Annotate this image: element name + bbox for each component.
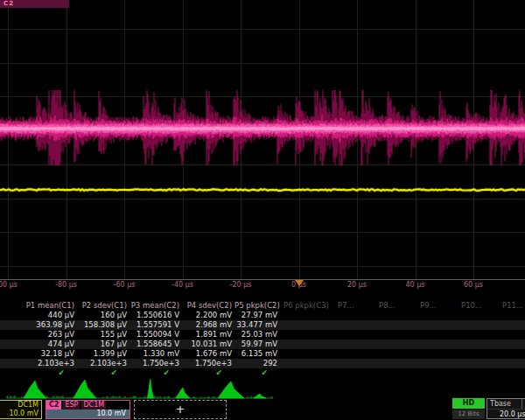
measurement-value: 1.330 mV [130, 349, 182, 359]
measurement-value: 25.03 mV [234, 330, 280, 340]
param-header-5[interactable]: P5 pkpk(C2) [234, 301, 280, 311]
time-axis-label: -60 µs [114, 281, 136, 289]
measurement-value: 1.891 mV [182, 330, 234, 340]
measurement-value: 1.750e+3 [130, 359, 182, 368]
c1-coupling: DC1M [0, 401, 41, 410]
tbase-title: Tbase [490, 400, 511, 408]
param-header-2[interactable]: P2 sdev(C1) [77, 301, 130, 311]
trigger-position-icon [295, 280, 304, 286]
trace-layer [0, 90, 525, 191]
measurement-value: 155 µV [77, 330, 130, 340]
measurement-value: 59.97 mV [234, 340, 280, 349]
measurement-value: 2.103e+3 [77, 359, 130, 368]
measurement-value: 33.477 mV [234, 320, 280, 330]
measurement-value: 160 µV [77, 311, 130, 320]
channel-c2-descriptor[interactable]: C2 ESP DC1M 10.0 mV [46, 400, 130, 419]
table-row: 440 µV160 µV1.550616 V2.200 mV27.97 mV [0, 311, 525, 320]
measurement-value: 1.558645 V [130, 340, 182, 349]
measurement-value: 2.200 mV [182, 311, 234, 320]
time-axis-label: 00 µs [0, 281, 18, 289]
c2-scale: 10.0 mV [46, 410, 130, 418]
trace-label-badge: C2 [0, 0, 69, 8]
time-axis-label: 20 µs [347, 281, 367, 289]
measurement-value: 2.103e+3 [0, 359, 77, 368]
measurement-value: 474 µV [0, 340, 77, 349]
param-header-4[interactable]: P4 sdev(C2) [182, 301, 234, 311]
timebase-descriptor[interactable]: Tbase 20.0 µs/div [486, 398, 525, 419]
measurement-value: 158.308 µV [77, 320, 130, 330]
measurement-value: 292 [234, 359, 280, 368]
measurement-value: 263 µV [0, 330, 77, 340]
table-row: 32.18 µV1.399 µV1.330 mV1.676 mV6.135 mV [0, 349, 525, 359]
table-row: P1 mean(C1)P2 sdev(C1)P3 mean(C2)P4 sdev… [0, 301, 525, 311]
c1-scale: 10.0 mV [0, 410, 41, 418]
tbase-divider [522, 399, 522, 409]
add-trace-button[interactable]: + [134, 400, 227, 419]
measurement-value: 167 µV [77, 340, 130, 349]
measurement-value: 1.399 µV [77, 349, 130, 359]
measurement-value: 1.676 mV [182, 349, 234, 359]
measurement-value: 10.031 mV [182, 340, 234, 349]
measurement-value: 6.135 mV [234, 349, 280, 359]
measurement-value: 1.550616 V [130, 311, 182, 320]
measurement-value: 1.557591 V [130, 320, 182, 330]
plus-icon: + [176, 402, 186, 416]
status-check-icon: ✔ [0, 368, 77, 378]
hd-mode-badge[interactable]: HD [452, 398, 485, 409]
param-header-8[interactable]: P8... [375, 301, 416, 311]
param-header-10[interactable]: P10... [458, 301, 499, 311]
param-header-11[interactable]: P11... [499, 301, 525, 311]
measurement-value: 1.750e+3 [182, 359, 234, 368]
measurement-value: 2.968 mV [182, 320, 234, 330]
param-header-7[interactable]: P7... [334, 301, 375, 311]
measurement-value: 32.18 µV [0, 349, 77, 359]
table-row: 363.98 µV158.308 µV1.557591 V2.968 mV33.… [0, 320, 525, 330]
table-row: 474 µV167 µV1.558645 V10.031 mV59.97 mV [0, 340, 525, 349]
time-axis-label: 60 µs [464, 281, 483, 289]
param-header-1[interactable]: P1 mean(C1) [0, 301, 77, 311]
tbase-value: 20.0 µs/div [487, 410, 525, 419]
time-axis-label: 40 µs [406, 281, 425, 289]
measurement-value: 363.98 µV [0, 320, 77, 330]
status-check-icon: ✔ [182, 368, 234, 378]
param-header-6[interactable]: P6 pkpk(C3) [280, 301, 334, 311]
measurement-value: 1.550094 V [130, 330, 182, 340]
status-check-icon: ✔ [77, 368, 130, 378]
status-check-icon: ✔ [234, 368, 280, 378]
table-row: 2.103e+32.103e+31.750e+31.750e+3292 [0, 359, 525, 368]
channel-c1-descriptor[interactable]: DC1M 10.0 mV [0, 400, 42, 419]
measurement-histogram-trace [7, 379, 273, 398]
time-axis-label: -80 µs [55, 281, 77, 289]
measurement-value: 27.97 mV [234, 311, 280, 320]
time-axis-label: -40 µs [172, 281, 193, 289]
c2-tag-esp: ESP [63, 401, 80, 410]
param-header-9[interactable]: P9... [416, 301, 458, 311]
param-header-3[interactable]: P3 mean(C2) [130, 301, 182, 311]
adc-bits-label: 12 Bits [452, 410, 485, 419]
time-axis-label: -20 µs [230, 281, 252, 289]
c2-tag-coupling: DC1M [81, 401, 106, 410]
table-row: 263 µV155 µV1.550094 V1.891 mV25.03 mV [0, 330, 525, 340]
measurement-value: 440 µV [0, 311, 77, 320]
status-check-icon: ✔ [130, 368, 182, 378]
oscilloscope-screen: C2 00 µs-80 µs-60 µs-40 µs-20 µs0 µs20 µ… [0, 0, 525, 420]
c2-channel-badge: C2 [46, 401, 61, 410]
table-row: ✔✔✔✔✔ [0, 368, 525, 378]
